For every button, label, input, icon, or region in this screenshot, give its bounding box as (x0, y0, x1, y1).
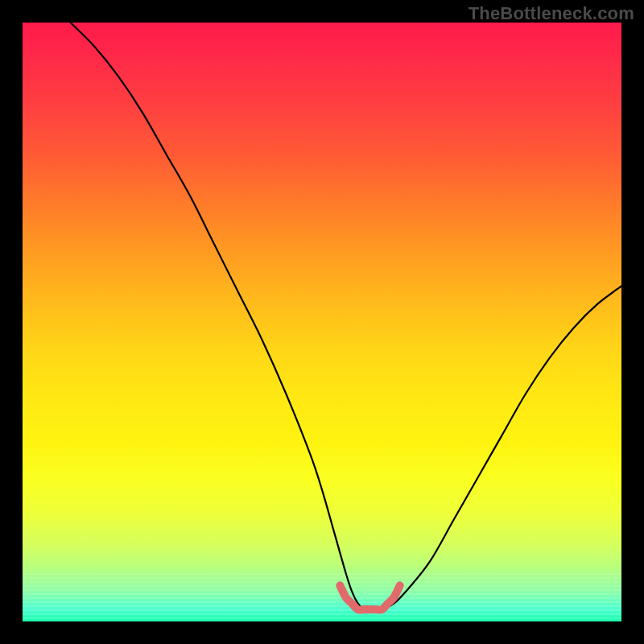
bottleneck-curve-path (71, 23, 621, 610)
curve-svg (23, 23, 621, 621)
watermark-text: TheBottleneck.com (469, 3, 634, 24)
chart-frame: TheBottleneck.com (0, 0, 644, 644)
plot-area (23, 23, 621, 621)
